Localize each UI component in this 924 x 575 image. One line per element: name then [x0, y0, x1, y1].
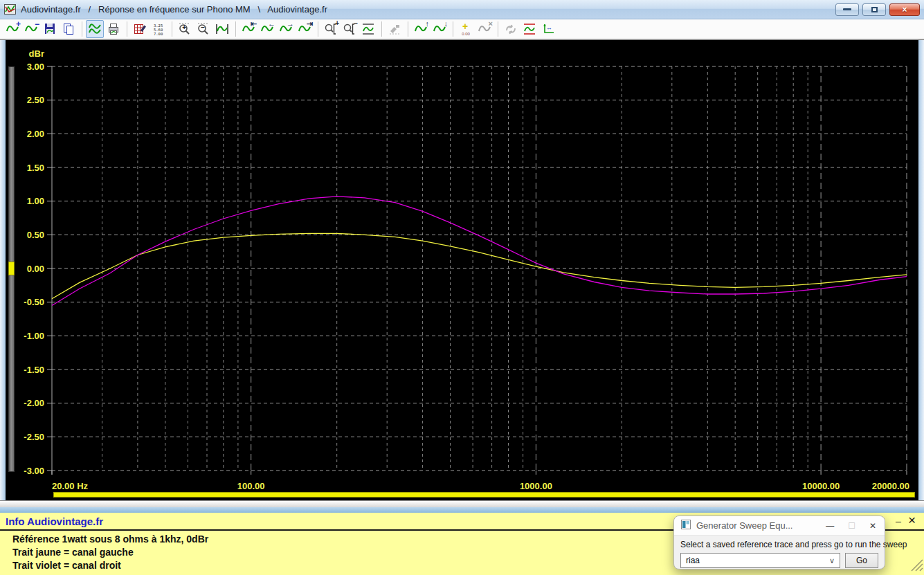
scroll-start-icon[interactable]: ⇤ [239, 20, 257, 38]
toolbar-group [86, 20, 123, 38]
minimize-button[interactable] [835, 3, 859, 16]
panel-divider [0, 507, 924, 513]
scroll-right-icon-glyph: → [287, 20, 294, 28]
clear-marker-icon-glyph: × [489, 20, 493, 28]
toolbar-separator [408, 21, 408, 37]
print-graph-icon[interactable] [105, 20, 123, 38]
shift-up-icon[interactable]: ↑ [412, 20, 430, 38]
scroll-end-icon-glyph: ⇥ [307, 20, 313, 28]
y-tick-label: 1.50 [27, 163, 44, 173]
shift-down-icon[interactable]: ↓ [431, 20, 449, 38]
subtract-trace-icon-glyph: − [35, 20, 39, 28]
scroll-right-icon[interactable]: → [277, 20, 295, 38]
y-tick-label: -0.50 [24, 297, 44, 307]
info-panel-minimize-icon[interactable]: – [896, 515, 901, 527]
restore-icon [871, 7, 878, 12]
toolbar-separator [235, 21, 236, 37]
toolbar-group: ↔ [502, 20, 558, 38]
toolbar-group: ⇤←→⇥ [239, 20, 314, 38]
app-icon [4, 4, 16, 15]
dialog-minimize-icon[interactable]: — [826, 522, 834, 530]
dialog-message: Select a saved reference trace and press… [674, 536, 885, 553]
autoscale-icon[interactable] [359, 20, 377, 38]
go-button[interactable]: Go [845, 553, 878, 568]
add-trace-icon[interactable]: + [3, 20, 21, 38]
reference-trace-combobox[interactable]: riaa ∨ [680, 553, 840, 568]
chart-window: 3.002.502.001.501.000.500.00-0.50-1.00-1… [0, 40, 924, 500]
trace-right-channel [52, 197, 907, 306]
tool-icon-disabled [386, 20, 404, 38]
y-tick-label: 0.00 [27, 264, 44, 274]
save-trace-icon[interactable] [41, 20, 59, 38]
toolbar-group: +0.00× [457, 20, 494, 38]
restore-button[interactable] [862, 3, 886, 16]
show-values-icon[interactable]: 3.255.607.00 [150, 20, 167, 38]
scroll-left-icon[interactable]: ← [258, 20, 276, 38]
add-trace-icon-glyph: + [16, 20, 21, 28]
toolbar-group: +− [176, 20, 232, 38]
scroll-left-icon-glyph: ← [268, 20, 275, 28]
scroll-start-icon-glyph: ⇤ [251, 20, 257, 28]
svg-text:7.00: 7.00 [154, 32, 163, 36]
x-tick-label: 1000.00 [520, 481, 552, 491]
y-tick-label: -1.50 [24, 365, 44, 375]
resize-grip-icon[interactable] [907, 555, 923, 574]
zoom-out-icon[interactable]: − [194, 20, 212, 38]
toolbar-group: 3.255.607.00 [131, 20, 168, 38]
x-tick-label: 20000.00 [872, 481, 909, 491]
axis-setup-icon[interactable]: ↔ [539, 20, 557, 38]
zoom-in-icon-glyph: + [182, 24, 186, 31]
toolbar-separator [498, 21, 498, 37]
edit-info-icon[interactable] [131, 20, 149, 38]
y-tick-label: -3.00 [24, 466, 44, 476]
close-button[interactable]: × [889, 3, 920, 16]
add-marker-icon[interactable]: +0.00 [457, 20, 475, 38]
status-strip [0, 500, 924, 507]
y-tick-label: -2.00 [24, 398, 44, 408]
info-panel-controls: – × [896, 515, 916, 527]
x-tick-label: 10000.00 [802, 481, 840, 491]
chevron-down-icon[interactable]: ∨ [829, 556, 835, 565]
zoom-x-out-icon[interactable]: − [341, 20, 359, 38]
info-panel-close-icon[interactable]: × [908, 515, 916, 526]
copy-graph-icon[interactable] [60, 20, 78, 38]
dialog-title: Generator Sweep Equ... [696, 520, 826, 531]
zoom-x-in-icon-glyph: + [335, 20, 339, 27]
vertical-range-marker[interactable] [8, 262, 15, 275]
dialog-title-bar[interactable]: Generator Sweep Equ... — ☐ ✕ [674, 516, 885, 536]
toolbar-group: ↑↓ [412, 20, 449, 38]
zoom-out-icon-glyph: − [201, 24, 205, 31]
svg-text:0.00: 0.00 [462, 32, 470, 36]
y-tick-label: 2.50 [27, 95, 44, 105]
grid [47, 66, 907, 475]
dialog-controls: — ☐ ✕ [826, 522, 876, 530]
svg-text:+: + [462, 22, 468, 32]
clear-marker-icon: × [475, 20, 493, 38]
toolbar: +−3.255.607.00+−⇤←→⇥+−↑↓+0.00×↔ [0, 19, 924, 40]
horizontal-range-bar[interactable] [53, 492, 915, 498]
combobox-value: riaa [686, 556, 700, 565]
dialog-close-icon[interactable]: ✕ [869, 522, 876, 530]
show-graph-icon[interactable] [86, 20, 104, 38]
x-tick-label: 20.00 Hz [52, 481, 89, 491]
scroll-end-icon[interactable]: ⇥ [296, 20, 314, 38]
limits-icon[interactable] [520, 20, 538, 38]
title-bar: Audiovintage.fr / Réponse en fréquence s… [0, 0, 924, 19]
chart-area: 3.002.502.001.501.000.500.00-0.50-1.00-1… [6, 40, 918, 500]
window-title: Audiovintage.fr / Réponse en fréquence s… [21, 4, 327, 15]
subtract-trace-icon[interactable]: − [22, 20, 40, 38]
info-panel: Info Audiovintage.fr Référence 1watt sou… [0, 513, 924, 575]
zoom-x-in-icon[interactable]: + [322, 20, 340, 38]
toolbar-group: +− [3, 20, 78, 38]
dialog-input-row: riaa ∨ Go [674, 553, 885, 568]
dialog-icon [681, 520, 691, 532]
y-tick-label: 1.00 [27, 196, 44, 206]
toolbar-separator [453, 21, 453, 37]
shift-up-icon-glyph: ↑ [426, 20, 430, 28]
chart-svg: 3.002.502.001.501.000.500.00-0.50-1.00-1… [6, 40, 918, 500]
application-window: Audiovintage.fr / Réponse en fréquence s… [0, 0, 924, 575]
toolbar-separator [381, 21, 382, 37]
toolbar-separator [82, 21, 82, 37]
zoom-in-icon[interactable]: + [176, 20, 194, 38]
fit-trace-icon[interactable] [213, 20, 231, 38]
